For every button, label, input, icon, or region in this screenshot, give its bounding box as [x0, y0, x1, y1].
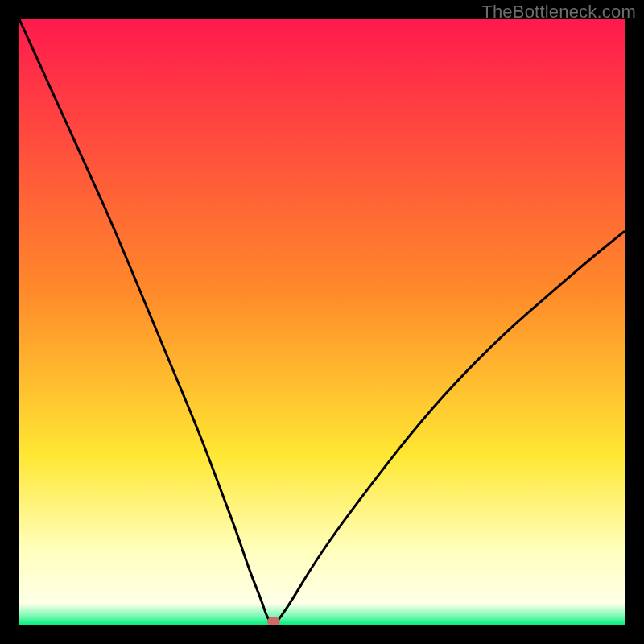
- chart-background-gradient: [19, 19, 625, 625]
- chart-frame: TheBottleneck.com: [0, 0, 644, 644]
- chart-plot-area: [19, 19, 625, 625]
- chart-svg: [19, 19, 625, 625]
